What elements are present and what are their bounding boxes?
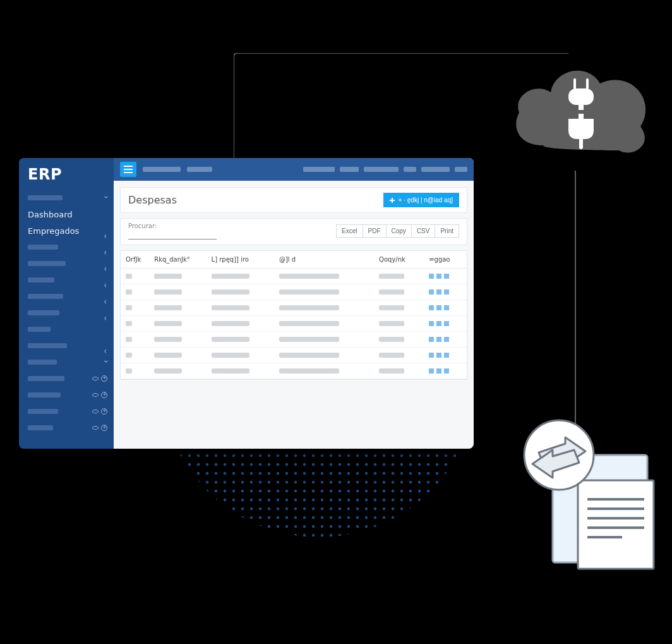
- export-excel-button[interactable]: Excel: [336, 224, 363, 238]
- eye-icon: [92, 377, 99, 380]
- action-button[interactable]: [444, 368, 449, 374]
- svg-rect-0: [573, 78, 576, 90]
- col-header[interactable]: Qoqy/nk: [374, 251, 424, 269]
- cell-stub: [279, 274, 339, 279]
- topbar-stub: [404, 167, 416, 172]
- action-button[interactable]: [429, 289, 434, 295]
- cell-stub: [126, 368, 132, 374]
- cell-stub: [379, 368, 404, 374]
- main-panel: Despesas + · ędkj | n@iad aq] Procurar: …: [114, 158, 474, 449]
- sidebar-item-stub[interactable]: [19, 370, 114, 387]
- sidebar-item-stub[interactable]: [19, 190, 114, 206]
- action-button[interactable]: [429, 274, 434, 279]
- sidebar-item-stub[interactable]: [19, 354, 114, 370]
- export-csv-button[interactable]: CSV: [412, 224, 436, 238]
- export-pdf-button[interactable]: PDF: [363, 224, 387, 238]
- action-button[interactable]: [429, 321, 434, 326]
- topbar-stub: [455, 167, 467, 172]
- cell-stub: [126, 305, 132, 310]
- add-button-label: + · ędkj | n@iad aq]: [399, 197, 453, 204]
- hamburger-icon: [124, 166, 133, 173]
- action-button[interactable]: [444, 321, 449, 326]
- table-row[interactable]: [121, 348, 467, 363]
- sidebar-item-stub[interactable]: [19, 239, 114, 255]
- action-button[interactable]: [436, 289, 441, 295]
- sidebar-item-stub[interactable]: [19, 387, 114, 403]
- cell-stub: [279, 321, 339, 326]
- topbar-stub: [340, 167, 359, 172]
- action-button[interactable]: [436, 353, 441, 358]
- sidebar-item-stub[interactable]: [19, 337, 114, 354]
- sidebar-item-stub[interactable]: [19, 403, 114, 420]
- action-button[interactable]: [429, 305, 434, 310]
- row-actions: [429, 337, 462, 342]
- col-header[interactable]: L] rpęq]] iro: [207, 251, 274, 269]
- export-copy-button[interactable]: Copy: [387, 224, 412, 238]
- col-header[interactable]: OrfJk: [121, 251, 149, 269]
- cell-stub: [154, 321, 182, 326]
- table-row[interactable]: [121, 300, 467, 316]
- eye-icon: [92, 410, 99, 413]
- export-print-button[interactable]: Print: [435, 224, 459, 238]
- cell-stub: [154, 305, 182, 310]
- table-row[interactable]: [121, 269, 467, 284]
- table-row[interactable]: [121, 284, 467, 300]
- plus-icon: [101, 408, 107, 415]
- action-button[interactable]: [436, 368, 441, 374]
- col-header[interactable]: =ggao: [424, 251, 467, 269]
- search-label: Procurar:: [128, 222, 217, 229]
- col-header[interactable]: @]l d: [274, 251, 374, 269]
- table-row[interactable]: [121, 316, 467, 332]
- action-button[interactable]: [429, 337, 434, 342]
- sidebar-item-empregados[interactable]: Empregados: [19, 222, 114, 239]
- cell-stub: [212, 274, 249, 279]
- cell-stub: [126, 289, 132, 295]
- eye-icon: [92, 426, 99, 430]
- action-button[interactable]: [436, 274, 441, 279]
- sidebar-item-stub[interactable]: [19, 305, 114, 321]
- action-button[interactable]: [429, 368, 434, 374]
- action-button[interactable]: [444, 305, 449, 310]
- action-button[interactable]: [444, 289, 449, 295]
- action-button[interactable]: [444, 337, 449, 342]
- action-button[interactable]: [444, 274, 449, 279]
- sidebar-item-dashboard[interactable]: Dashboard: [19, 206, 114, 222]
- add-button[interactable]: + · ędkj | n@iad aq]: [383, 193, 459, 207]
- sidebar-item-label: Empregados: [28, 226, 79, 236]
- topbar: [114, 158, 474, 181]
- svg-rect-17: [124, 166, 133, 167]
- plus-icon: [101, 425, 107, 431]
- data-table: OrfJk Rkq_danJk° L] rpęq]] iro @]l d Qoq…: [121, 251, 467, 379]
- action-button[interactable]: [436, 337, 441, 342]
- action-button[interactable]: [429, 353, 434, 358]
- sidebar-item-stub[interactable]: [19, 321, 114, 337]
- cell-stub: [212, 289, 249, 295]
- topbar-stub: [421, 167, 450, 172]
- cell-stub: [279, 368, 339, 374]
- cell-stub: [212, 321, 249, 326]
- svg-rect-10: [578, 480, 654, 569]
- topbar-stub: [187, 167, 212, 172]
- cell-stub: [212, 305, 249, 310]
- cell-stub: [379, 353, 404, 358]
- table-row[interactable]: [121, 332, 467, 348]
- cell-stub: [379, 274, 404, 279]
- filter-bar: Procurar: Excel PDF Copy CSV Print: [120, 218, 467, 245]
- cell-stub: [212, 353, 249, 358]
- action-button[interactable]: [444, 353, 449, 358]
- action-button[interactable]: [436, 321, 441, 326]
- erp-window: ERP Dashboard Empregados: [19, 158, 474, 449]
- sidebar-item-stub[interactable]: [19, 288, 114, 305]
- row-actions: [429, 289, 462, 295]
- sidebar-item-stub[interactable]: [19, 272, 114, 288]
- col-header[interactable]: Rkq_danJk°: [149, 251, 206, 269]
- action-button[interactable]: [436, 305, 441, 310]
- sidebar-item-stub[interactable]: [19, 420, 114, 436]
- cell-stub: [212, 337, 249, 342]
- cell-stub: [126, 274, 132, 279]
- search-input[interactable]: [128, 231, 217, 240]
- cloud-plug-icon: [505, 51, 657, 164]
- sidebar-item-stub[interactable]: [19, 255, 114, 272]
- table-row[interactable]: [121, 363, 467, 379]
- hamburger-button[interactable]: [120, 162, 136, 177]
